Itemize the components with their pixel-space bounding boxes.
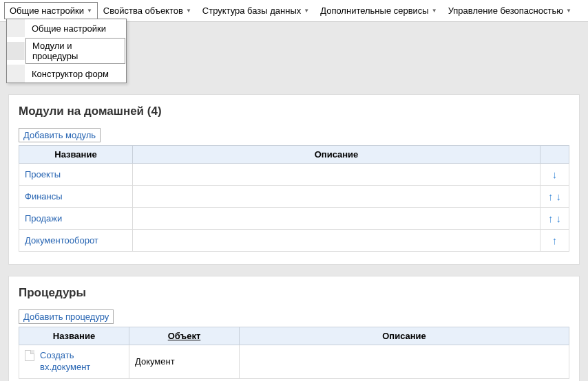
arrow-up-icon[interactable]: ↑ bbox=[552, 235, 558, 246]
caret-down-icon: ▼ bbox=[432, 8, 437, 14]
caret-down-icon: ▼ bbox=[304, 8, 309, 14]
module-link[interactable]: Документооборот bbox=[25, 235, 98, 246]
module-arrows: ↓ bbox=[540, 164, 569, 186]
module-arrows: ↑↓ bbox=[540, 186, 569, 208]
arrow-down-icon[interactable]: ↓ bbox=[556, 213, 562, 224]
file-icon bbox=[25, 350, 34, 361]
menu-security[interactable]: Управление безопасностью ▼ bbox=[443, 2, 577, 19]
dropdown-item-icon bbox=[7, 19, 25, 37]
menu-extra-services[interactable]: Дополнительные сервисы ▼ bbox=[315, 2, 442, 19]
arrow-up-icon[interactable]: ↑ bbox=[548, 190, 554, 202]
add-module-button[interactable]: Добавить модуль bbox=[19, 128, 101, 142]
dropdown-item-icon bbox=[7, 42, 25, 60]
dropdown-item-icon bbox=[7, 65, 25, 83]
module-desc bbox=[133, 208, 540, 230]
modules-panel: Модули на домашней (4) Добавить модуль Н… bbox=[8, 94, 580, 265]
table-row: Документооборот↑ bbox=[19, 230, 569, 252]
menu-general-settings-label: Общие настройки bbox=[10, 6, 84, 16]
module-link[interactable]: Финансы bbox=[25, 191, 63, 202]
procedures-th-name: Название bbox=[19, 327, 129, 345]
modules-panel-title: Модули на домашней (4) bbox=[19, 105, 569, 118]
module-desc bbox=[133, 186, 540, 208]
caret-down-icon: ▼ bbox=[87, 8, 92, 14]
procedure-object: Документ bbox=[129, 345, 240, 379]
table-row: Создатьвх.документДокумент bbox=[19, 345, 569, 379]
module-desc bbox=[133, 230, 540, 252]
modules-th-desc: Описание bbox=[133, 146, 540, 164]
module-desc bbox=[133, 164, 540, 186]
table-row: Проекты↓ bbox=[19, 164, 569, 186]
table-row: Финансы↑↓ bbox=[19, 186, 569, 208]
menu-object-properties[interactable]: Свойства объектов ▼ bbox=[98, 2, 197, 19]
arrow-down-icon[interactable]: ↓ bbox=[552, 168, 558, 180]
dropdown-item-label: Конструктор форм bbox=[32, 69, 109, 79]
arrow-down-icon[interactable]: ↓ bbox=[556, 190, 562, 202]
procedures-table: Название Объект Описание Создатьвх.докум… bbox=[19, 327, 569, 379]
menu-general-settings[interactable]: Общие настройки ▼ bbox=[4, 2, 98, 19]
dropdown-item-modules[interactable]: Модули и процедуры bbox=[7, 37, 126, 65]
modules-th-name: Название bbox=[19, 146, 133, 164]
caret-down-icon: ▼ bbox=[186, 8, 191, 14]
menu-object-properties-label: Свойства объектов bbox=[103, 6, 183, 16]
menu-extra-services-label: Дополнительные сервисы bbox=[320, 6, 429, 16]
menu-db-structure[interactable]: Структура базы данных ▼ bbox=[197, 2, 315, 19]
procedures-th-desc: Описание bbox=[240, 327, 569, 345]
procedures-th-object[interactable]: Объект bbox=[129, 327, 240, 345]
modules-th-actions bbox=[540, 146, 569, 164]
arrow-up-icon[interactable]: ↑ bbox=[548, 213, 554, 224]
module-arrows: ↑↓ bbox=[540, 208, 569, 230]
dropdown-item-form-designer[interactable]: Конструктор форм bbox=[7, 65, 126, 83]
menu-security-label: Управление безопасностью bbox=[448, 6, 563, 16]
procedure-desc bbox=[240, 345, 569, 379]
modules-table: Название Описание Проекты↓Финансы↑↓Прода… bbox=[19, 145, 569, 252]
table-row: Продажи↑↓ bbox=[19, 208, 569, 230]
module-arrows: ↑ bbox=[540, 230, 569, 252]
dropdown-menu: Общие настройки Модули и процедуры Конст… bbox=[6, 19, 127, 83]
caret-down-icon: ▼ bbox=[566, 8, 571, 14]
module-link[interactable]: Продажи bbox=[25, 213, 62, 224]
menu-db-structure-label: Структура базы данных bbox=[202, 6, 301, 16]
dropdown-item-general[interactable]: Общие настройки bbox=[7, 19, 126, 37]
procedures-panel-title: Процедуры bbox=[19, 286, 569, 300]
procedures-panel: Процедуры Добавить процедуру Название Об… bbox=[8, 276, 580, 381]
dropdown-item-label: Общие настройки bbox=[32, 23, 106, 34]
module-link[interactable]: Проекты bbox=[25, 169, 61, 179]
dropdown-item-label: Модули и процедуры bbox=[32, 41, 78, 61]
procedure-link[interactable]: Создатьвх.документ bbox=[40, 350, 90, 373]
add-procedure-button[interactable]: Добавить процедуру bbox=[19, 309, 114, 324]
